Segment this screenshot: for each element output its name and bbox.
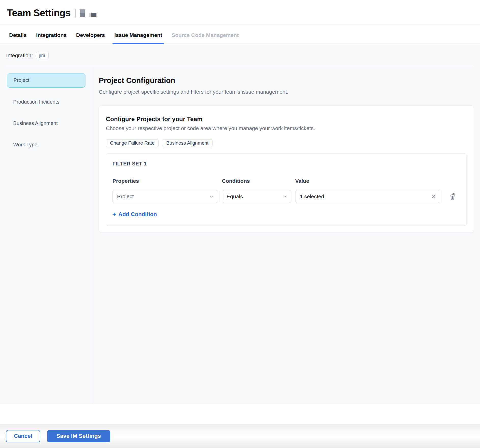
redacted-team-name-block [80,9,85,17]
sidebar-item-project[interactable]: Project [7,73,86,88]
team-settings-page: Team Settings Details Integrations Devel… [0,0,480,448]
chevron-down-icon [209,194,214,199]
filter-label-row: Properties Conditions Value [112,178,460,184]
conditions-column-label: Conditions [222,178,291,184]
value-column-label: Value [295,178,440,184]
main-panel: Project Configuration Configure project-… [92,67,480,404]
section-heading: Project Configuration [99,76,474,85]
redacted-team-badge-block [89,13,96,17]
plus-icon: + [112,211,116,217]
footer-action-bar: Cancel Save IM Settings [0,424,480,448]
clear-selection-icon[interactable]: ✕ [431,194,436,199]
property-select[interactable]: Project [112,190,218,203]
filter-set-title: FILTER SET 1 [112,161,460,167]
trash-icon[interactable] [449,192,456,201]
tag-change-failure-rate[interactable]: Change Failure Rate [106,139,159,147]
sidebar-item-work-type[interactable]: Work Type [0,137,92,152]
settings-sidebar: Project Production Incidents Business Al… [0,67,92,404]
tab-issue-management[interactable]: Issue Management [114,26,162,44]
card-title: Configure Projects for your Team [106,116,467,123]
filter-set-box: FILTER SET 1 Properties Conditions Value… [106,153,467,226]
content-area: Integration: jira Project Production Inc… [0,45,480,404]
condition-select-value: Equals [227,193,243,200]
tag-business-alignment[interactable]: Business Alignment [162,139,213,147]
chevron-down-icon [282,194,288,199]
save-im-settings-button[interactable]: Save IM Settings [47,430,110,442]
integration-label: Integration: [6,52,33,59]
integration-row: Integration: jira [0,45,480,59]
tab-developers[interactable]: Developers [76,26,105,44]
filter-control-row: Project Equals 1 selected ✕ [112,190,460,203]
add-condition-label: Add Condition [118,211,157,218]
card-subtitle: Choose your respective project or code a… [106,125,467,131]
value-selected-count: 1 selected [300,193,324,200]
add-condition-button[interactable]: + Add Condition [112,211,157,218]
delete-filter-cell [449,192,456,201]
tab-source-code-management: Source Code Management [172,26,239,44]
sidebar-item-production-incidents[interactable]: Production Incidents [0,95,92,109]
condition-select[interactable]: Equals [222,190,291,203]
tab-bar: Details Integrations Developers Issue Ma… [0,26,480,44]
properties-column-label: Properties [112,178,218,184]
title-separator [75,9,76,18]
page-title: Team Settings [7,8,70,19]
section-subheading: Configure project-specific settings and … [99,89,474,95]
property-select-value: Project [117,193,134,200]
sidebar-item-business-alignment[interactable]: Business Alignment [0,116,92,130]
value-multiselect[interactable]: 1 selected ✕ [295,190,440,203]
configure-projects-card: Configure Projects for your Team Choose … [99,105,474,233]
tab-details[interactable]: Details [9,26,27,44]
tab-integrations[interactable]: Integrations [36,26,67,44]
cancel-button[interactable]: Cancel [6,430,40,442]
body-split: Project Production Incidents Business Al… [0,67,480,404]
integration-badge[interactable]: jira [36,52,49,59]
tag-row: Change Failure Rate Business Alignment [106,139,467,147]
app-header: Team Settings [0,0,480,26]
title-row: Team Settings [0,0,480,19]
